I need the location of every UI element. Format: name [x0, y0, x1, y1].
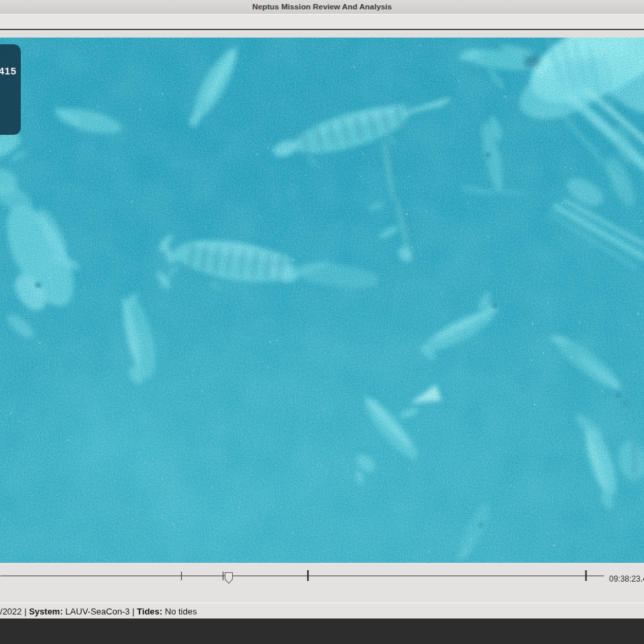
svg-text:415: 415: [0, 65, 17, 76]
